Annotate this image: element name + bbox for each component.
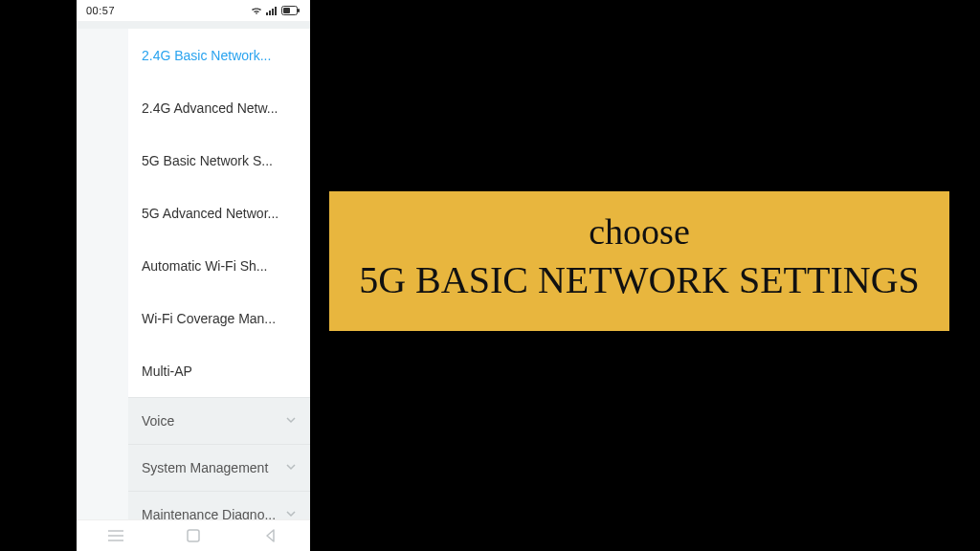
category-voice[interactable]: Voice [128,397,310,444]
category-label: Voice [142,413,174,429]
menu-item-label: Automatic Wi-Fi Sh... [142,258,267,274]
stage: 00:57 2.4G Basic Network... 2.4G Advance… [0,0,980,551]
category-label: Maintenance Diagno... [142,507,276,520]
callout-line2: 5G BASIC NETWORK SETTINGS [352,256,926,304]
menu-auto-wifi-shutdown[interactable]: Automatic Wi-Fi Sh... [128,239,310,292]
nav-recents-button[interactable] [97,520,135,551]
wlan-submenu: 2.4G Basic Network... 2.4G Advanced Netw… [128,29,310,397]
category-system-management[interactable]: System Management [128,444,310,491]
menu-multi-ap[interactable]: Multi-AP [128,344,310,397]
menu-item-label: 2.4G Basic Network... [142,48,271,63]
menu-item-label: 2.4G Advanced Netw... [142,100,278,116]
status-time: 00:57 [86,5,115,16]
menu-item-label: 5G Basic Network S... [142,153,273,168]
svg-rect-0 [266,12,268,15]
menu-24g-basic[interactable]: 2.4G Basic Network... [128,29,310,81]
svg-rect-2 [272,9,274,15]
svg-rect-5 [298,9,300,12]
instruction-callout: choose 5G BASIC NETWORK SETTINGS [329,191,949,331]
nav-home-button[interactable] [174,520,212,551]
android-navbar [77,519,310,551]
category-maintenance-diagnostics[interactable]: Maintenance Diagno... [128,491,310,520]
svg-rect-10 [188,530,199,541]
menu-item-label: Wi-Fi Coverage Man... [142,311,276,326]
svg-rect-6 [283,8,290,13]
phone-frame: 00:57 2.4G Basic Network... 2.4G Advance… [77,0,310,551]
battery-icon [281,6,301,15]
status-bar: 00:57 [77,0,310,21]
svg-rect-1 [269,11,271,15]
menu-5g-advanced[interactable]: 5G Advanced Networ... [128,187,310,239]
callout-line1: choose [352,210,926,253]
category-list: Voice System Management Maintenance Diag… [128,397,310,520]
menu-item-label: 5G Advanced Networ... [142,206,278,221]
wifi-icon [251,6,262,15]
chevron-down-icon [285,413,297,429]
chevron-down-icon [285,507,297,520]
menu-item-label: Multi-AP [142,364,192,379]
menu-wifi-coverage[interactable]: Wi-Fi Coverage Man... [128,292,310,344]
settings-content: 2.4G Basic Network... 2.4G Advanced Netw… [77,21,310,520]
status-indicators [251,6,301,15]
nav-back-button[interactable] [252,520,290,551]
top-spacer [77,21,310,29]
svg-rect-3 [275,7,277,15]
menu-24g-advanced[interactable]: 2.4G Advanced Netw... [128,81,310,134]
category-label: System Management [142,460,268,475]
signal-icon [266,6,278,15]
menu-5g-basic[interactable]: 5G Basic Network S... [128,134,310,187]
chevron-down-icon [285,460,297,475]
